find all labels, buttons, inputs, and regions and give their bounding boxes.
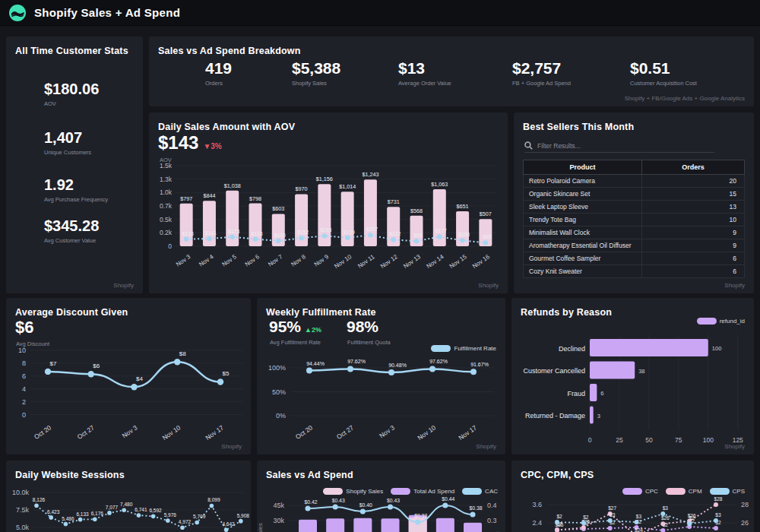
card-avg-discount: Average Discount Given $6 Avg Discount 1… [6, 298, 251, 454]
legend-label: refund_id [720, 318, 745, 325]
cell-product: Aromatherapy Essential Oil Diffuser [524, 239, 642, 252]
legend-swatch-refund-id [697, 318, 717, 325]
svg-text:$1,156: $1,156 [316, 176, 333, 182]
kpi-daily-aov: $143▼3% [158, 132, 222, 154]
svg-text:$1,014: $1,014 [339, 183, 356, 190]
card-title-cpc-cpm-cps: CPC, CPM, CPS [511, 461, 754, 480]
svg-text:90.48%: 90.48% [388, 363, 407, 368]
svg-text:7,077: 7,077 [106, 505, 119, 510]
card-daily-sales: Daily Sales Amount with AOV $143▼3% AOV … [149, 112, 508, 293]
svg-text:Nov 17: Nov 17 [204, 423, 225, 442]
table-row[interactable]: Retro Polaroid Camera20 [524, 175, 745, 188]
table-row[interactable]: Aromatherapy Essential Oil Diffuser9 [524, 239, 745, 252]
svg-text:Daily Sales: Daily Sales [257, 523, 264, 532]
svg-text:38: 38 [638, 368, 644, 375]
svg-text:Nov 5: Nov 5 [221, 253, 239, 268]
svg-text:Nov 9: Nov 9 [313, 253, 331, 268]
svg-text:$568: $568 [410, 207, 423, 214]
daily-sales-chart: 1.5k1.3k1.0k0.7k0.5k0.2k0Nov 3Nov 4Nov 5… [154, 161, 503, 289]
kpi-value: $2,757 [512, 59, 571, 78]
table-row[interactable]: Organic Skincare Set15 [524, 188, 745, 201]
kpi-value: $5,388 [292, 59, 340, 78]
svg-text:3.6: 3.6 [532, 501, 542, 508]
svg-text:100: 100 [703, 436, 714, 444]
svg-text:50: 50 [645, 436, 653, 444]
svg-text:$1,038: $1,038 [224, 182, 241, 189]
svg-text:0.2k: 0.2k [160, 229, 173, 236]
svg-text:$0.43: $0.43 [332, 498, 345, 503]
legend-swatch-shopify-sales [323, 488, 343, 495]
svg-text:6,741: 6,741 [135, 507, 147, 512]
best-sellers-table: Product Orders Retro Polaroid Camera20Or… [523, 160, 745, 278]
table-row[interactable]: Trendy Tote Bag10 [524, 214, 745, 226]
search-icon [524, 141, 533, 150]
svg-text:$0.43: $0.43 [387, 498, 400, 503]
kpi-ad-spend: $2,757 FB + Google Ad Spend [512, 59, 571, 87]
svg-text:6,176: 6,176 [91, 511, 104, 516]
svg-text:8,099: 8,099 [207, 497, 220, 502]
svg-text:Nov 8: Nov 8 [290, 253, 307, 268]
svg-text:6,133: 6,133 [76, 511, 89, 517]
table-row[interactable]: Minimalist Wall Clock9 [524, 226, 745, 239]
svg-text:$2: $2 [583, 515, 589, 520]
svg-text:$24: $24 [635, 527, 643, 532]
svg-text:Nov 10: Nov 10 [333, 253, 353, 270]
svg-text:$159: $159 [344, 230, 355, 235]
svg-text:3: 3 [597, 413, 600, 420]
table-row[interactable]: Sleek Laptop Sleeve13 [524, 201, 745, 214]
svg-text:$2: $2 [556, 514, 562, 519]
svg-text:Oct 20: Oct 20 [33, 423, 52, 441]
svg-text:Nov 3: Nov 3 [121, 423, 139, 439]
kpi-label: Fulfillment Quota [347, 339, 391, 346]
svg-text:25: 25 [616, 436, 623, 444]
kpi-delta-up: ▲2% [305, 326, 321, 334]
cell-product: Cozy Knit Sweater [524, 265, 642, 278]
source-label: Shopify + FB/Google Ads + Google Analyti… [625, 95, 745, 102]
svg-text:$0.33: $0.33 [414, 513, 427, 518]
svg-text:$193: $193 [320, 227, 331, 233]
kpi-label: FB + Google Ad Spend [512, 80, 571, 87]
svg-text:8: 8 [22, 359, 26, 367]
source-label: Shopify [724, 443, 745, 450]
legend-label: Fulfillment Rate [454, 345, 496, 352]
svg-text:$797: $797 [180, 195, 192, 202]
table-row[interactable]: Gourmet Coffee Sampler6 [524, 252, 745, 265]
source-label: Shopify [724, 282, 745, 289]
svg-text:$970: $970 [296, 185, 308, 192]
svg-text:$152: $152 [297, 230, 309, 235]
stat-label: Unique Customers [44, 149, 91, 156]
legend-swatch-cac [462, 488, 482, 495]
svg-text:5,486: 5,486 [62, 516, 74, 521]
card-title-daily-sales: Daily Sales Amount with AOV [149, 112, 508, 132]
column-header-orders[interactable]: Orders [642, 160, 745, 175]
kpi-label: Orders [205, 80, 232, 87]
cell-product: Organic Skincare Set [524, 188, 642, 201]
kpi-value: 95% [269, 318, 301, 335]
svg-text:$4: $4 [136, 375, 143, 382]
svg-text:$731: $731 [388, 198, 400, 205]
kpi-cac: $0.51 Customer Acquisition Cost [630, 59, 697, 87]
svg-text:6: 6 [600, 390, 603, 397]
column-header-product[interactable]: Product [524, 160, 642, 175]
table-row[interactable]: Cozy Knit Sweater6 [524, 265, 745, 278]
kpi-fulfillment-quota: 98% [347, 318, 378, 336]
legend-swatch-cps [710, 488, 730, 495]
svg-text:97.62%: 97.62% [429, 359, 448, 364]
svg-text:$133: $133 [251, 231, 262, 236]
svg-text:0: 0 [22, 411, 26, 419]
svg-text:Nov 6: Nov 6 [244, 253, 261, 268]
svg-text:0.4: 0.4 [487, 502, 497, 509]
svg-text:$3: $3 [663, 505, 669, 511]
svg-text:2: 2 [22, 398, 26, 406]
svg-text:30k: 30k [273, 517, 284, 524]
svg-text:5.0k: 5.0k [16, 524, 30, 531]
svg-text:Nov 3: Nov 3 [175, 253, 192, 268]
filter-input[interactable] [537, 142, 705, 150]
app-logo-icon [9, 5, 26, 21]
cell-product: Gourmet Coffee Sampler [524, 252, 642, 265]
svg-text:1.5k: 1.5k [160, 162, 173, 169]
chart-legend: refund_id [697, 318, 745, 325]
svg-text:$133: $133 [182, 231, 194, 236]
cell-product: Retro Polaroid Camera [524, 175, 642, 188]
filter-box[interactable] [524, 141, 714, 153]
